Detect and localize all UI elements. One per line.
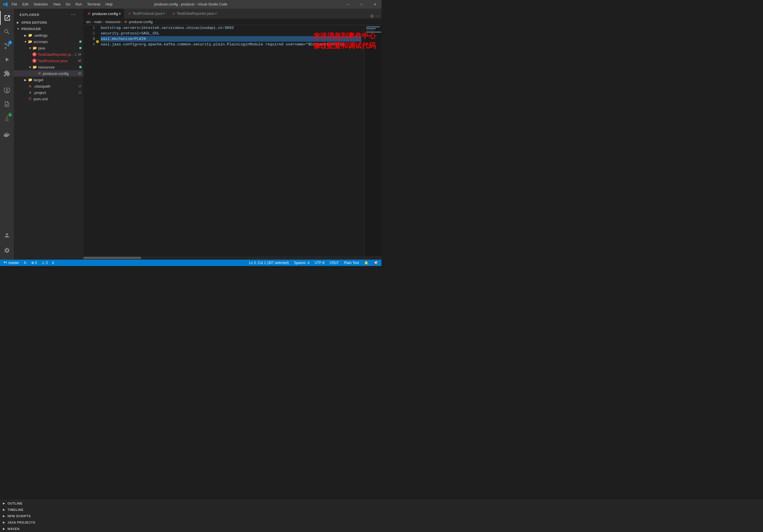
notifications-button[interactable]: 🔔	[363, 260, 370, 266]
more-actions-icon[interactable]: ···	[376, 13, 379, 19]
breadcrumb-config-icon: ⚙	[124, 20, 127, 24]
tab-label-test-data-reporter: TestDataReporter.java	[177, 11, 214, 16]
tab-test-producer[interactable]: ⊗ TestProducer.java ✕	[124, 9, 168, 19]
line-ending-label: CRLF	[330, 261, 339, 265]
horizontal-scrollbar[interactable]	[83, 256, 382, 260]
menu-selection[interactable]: Selection	[31, 2, 50, 7]
test-producer-error: ✕	[32, 59, 37, 63]
maximize-button[interactable]: □	[355, 0, 368, 9]
line-ending[interactable]: CRLF	[329, 260, 340, 266]
breadcrumb-producer-config[interactable]: producer.config	[129, 20, 153, 24]
java-badge: 1	[8, 113, 12, 117]
language-mode[interactable]: Plain Text	[343, 260, 360, 266]
menu-edit[interactable]: Edit	[20, 2, 31, 7]
activity-accounts[interactable]	[0, 228, 14, 242]
tab-test-data-reporter[interactable]: ⊗ TestDataReporter.java ✕	[168, 9, 220, 19]
breadcrumb-sep-2: ›	[103, 20, 104, 24]
line-numbers: 1 2 3 4	[83, 25, 98, 256]
editor[interactable]: 1 2 3 4 bootstrap.servers=lbtesteh.servi…	[83, 25, 382, 256]
config-tab-icon: ⚙	[88, 12, 90, 16]
breadcrumb-main[interactable]: main	[94, 20, 102, 24]
settings-arrow: ▶	[23, 33, 28, 38]
minimap[interactable]	[364, 25, 382, 256]
indentation[interactable]: Spaces: 4	[293, 260, 310, 266]
notifications-icon: 🔔	[364, 261, 369, 265]
tab-close-producer-config[interactable]: ✕	[117, 11, 122, 16]
tree-item-settings[interactable]: ▶ 📁 .settings	[14, 32, 83, 39]
folder-icon: 📁	[28, 33, 32, 38]
broadcast-button[interactable]: 📢	[373, 260, 379, 266]
tree-item-src-main[interactable]: ▼ 📂 src\main	[14, 39, 83, 45]
menu-help[interactable]: Help	[103, 2, 115, 7]
target-arrow: ▶	[23, 77, 28, 82]
activity-search[interactable]	[0, 25, 14, 39]
info-button[interactable]: ℹ	[51, 260, 55, 266]
branch-name: master	[8, 261, 19, 265]
code-text-4: sasl.jaas.config=org.apache.kafka.common…	[101, 42, 345, 47]
line-num-3: 3	[83, 36, 95, 42]
breadcrumb-sep-1: ›	[92, 20, 93, 24]
sync-button[interactable]: ↻	[23, 260, 28, 266]
git-branch[interactable]: master	[2, 260, 20, 266]
breadcrumb-src[interactable]: src	[86, 20, 91, 24]
src-main-arrow: ▼	[23, 39, 28, 44]
activity-extensions[interactable]	[0, 66, 14, 80]
menu-go[interactable]: Go	[63, 2, 72, 7]
source-control-badge: 9	[8, 41, 12, 45]
java-folder-icon: 📂	[32, 46, 37, 50]
tab-label-producer-config: producer.config	[92, 12, 118, 16]
errors-count[interactable]: ⊗ 0	[30, 260, 38, 266]
breadcrumb-resources[interactable]: resources	[105, 20, 121, 24]
activity-java[interactable]: 1	[0, 111, 14, 125]
tree-item-target[interactable]: ▶ 📁 target	[14, 77, 83, 83]
menu-view[interactable]: View	[51, 2, 63, 7]
open-editors-section[interactable]: ▶ OPEN EDITORS	[14, 19, 83, 26]
tab-label-test-producer: TestProducer.java	[133, 11, 162, 16]
status-bar-left: master ↻ ⊗ 0 ⚠ 3 ℹ	[2, 260, 55, 266]
menu-terminal[interactable]: Terminal	[85, 2, 102, 7]
tree-item-java[interactable]: ▼ 📂 java	[14, 45, 83, 51]
activity-docker[interactable]	[0, 128, 14, 142]
producer-section[interactable]: ▼ PRODUCER	[14, 26, 83, 32]
warning-count-label: ⚠ 3	[42, 261, 48, 265]
xml-icon: 🗒	[28, 97, 32, 101]
titlebar: File Edit Selection View Go Run Terminal…	[0, 0, 382, 9]
tree-item-test-data-reporter[interactable]: ✕ TestDataReporter.java 1, M	[14, 51, 83, 57]
activity-remote-explorer[interactable]	[0, 83, 14, 97]
sidebar-more-options[interactable]: ···	[69, 12, 77, 18]
tree-item-pom[interactable]: 🗒 pom.xml	[14, 96, 83, 102]
breadcrumb: src › main › resources › ⚙ producer.conf…	[83, 19, 382, 25]
code-content[interactable]: bootstrap.servers=lbtesteh.servicebus.ch…	[98, 25, 364, 256]
activity-source-control[interactable]: 9	[0, 39, 14, 53]
broadcast-icon: 📢	[374, 261, 378, 265]
activity-test[interactable]	[0, 97, 14, 111]
activity-settings[interactable]	[0, 244, 14, 257]
tab-close-test-data-reporter[interactable]: ✕	[213, 11, 218, 16]
close-button[interactable]: ✕	[368, 0, 382, 9]
menu-file[interactable]: File	[9, 2, 19, 7]
tree-item-classpath[interactable]: ⊗ .classpath U	[14, 83, 83, 89]
minimize-button[interactable]: ─	[342, 0, 355, 9]
tree-item-resources[interactable]: ▼ 📂 resources	[14, 64, 83, 70]
line-num-2: 2	[83, 31, 95, 36]
line-num-4: 4	[83, 42, 95, 47]
activity-explorer[interactable]	[0, 11, 14, 25]
code-text-1: bootstrap.servers=lbtesteh.servicebus.ch…	[101, 25, 234, 31]
vscode-logo-icon	[3, 2, 8, 7]
tab-close-test-producer[interactable]: ✕	[162, 11, 166, 16]
tree-item-project[interactable]: ≡ .project U	[14, 89, 83, 96]
tree-item-test-producer[interactable]: ✕ TestProducer.java M	[14, 57, 83, 64]
warnings-count[interactable]: ⚠ 3	[41, 260, 49, 266]
resources-dot	[79, 66, 81, 68]
activity-run-debug[interactable]	[0, 53, 14, 66]
scrollbar-thumb[interactable]	[83, 257, 141, 259]
resources-folder-icon: 📂	[32, 65, 37, 69]
target-folder-icon: 📁	[28, 77, 32, 82]
split-editor-icon[interactable]: ⊞	[370, 14, 374, 18]
tab-producer-config[interactable]: ⚙ producer.config ✕	[83, 9, 124, 19]
encoding[interactable]: UTF-8	[313, 260, 326, 266]
gutter-indicator	[96, 40, 99, 43]
cursor-position[interactable]: Ln 3, Col 1 (307 selected)	[248, 260, 290, 266]
menu-run[interactable]: Run	[73, 2, 84, 7]
tree-item-producer-config[interactable]: ▶ ⚙ producer.config M	[14, 70, 83, 77]
